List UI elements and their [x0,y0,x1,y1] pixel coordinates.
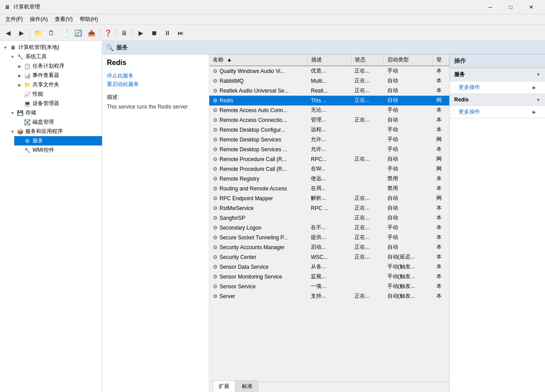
services-table-container[interactable]: 名称 ▲ 描述 状态 [209,54,449,381]
service-desc-cell: RPC ... [307,203,351,213]
table-row[interactable]: ⚙Secure Socket Tunneling P...提供...正在...手… [209,233,449,242]
col-status[interactable]: 状态 [351,54,383,66]
close-button[interactable]: ✕ [521,0,541,14]
toolbar-help[interactable]: ❓ [102,27,114,39]
tree-shared-folders[interactable]: ▶ 📁 共享文件夹 [14,80,102,89]
toolbar-play[interactable]: ▶ [134,27,147,39]
col-desc[interactable]: 描述 [307,54,351,66]
service-name-cell: ⚙Security Accounts Manager [209,242,307,252]
table-row[interactable]: ⚙SangforSP正在...自动本 [209,213,449,223]
table-row[interactable]: ⚙Remote Registry使远...禁用本 [209,174,449,184]
service-icon-wrapper: ⚙Server [213,293,235,299]
action-more-services[interactable]: 更多操作 ▶ [450,81,545,93]
stop-service-link[interactable]: 停止此服务 [107,72,204,80]
table-row[interactable]: ⚙RabbitMQMulti...正在...自动本 [209,76,449,86]
action-more-services-label: 更多操作 [459,84,480,91]
table-row[interactable]: ⚙Sensor Service一项...手动(触发...本 [209,282,449,291]
tree-services-apps-item[interactable]: ▼ 📦 服务和应用程序 [7,127,102,136]
tree-task-scheduler[interactable]: ▶ 📋 任务计划程序 [14,61,102,71]
table-row[interactable]: ⚙RPC Endpoint Mapper解析...正在...自动网 [209,194,449,203]
service-icon-wrapper: ⚙Realtek Audio Universal Se... [213,88,289,94]
col-login[interactable]: 登 [433,54,449,66]
table-row[interactable]: ⚙Realtek Audio Universal Se...Realt...正在… [209,86,449,96]
service-desc-cell: Realt... [307,86,351,96]
table-row[interactable]: ⚙Remote Procedure Call (R...在W...手动网 [209,164,449,174]
gear-icon: ⚙ [213,205,218,211]
menu-action[interactable]: 操作(A) [26,15,51,24]
gear-icon: ⚙ [213,234,218,241]
tree-root-item[interactable]: ▼ 🖥 计算机管理(本地) [0,43,102,52]
service-status-cell: 正在... [351,233,383,242]
toolbar-back[interactable]: ◀ [2,27,14,39]
toolbar-computer[interactable]: 🖥 [118,27,130,39]
col-startup[interactable]: 启动类型 [384,54,433,66]
toolbar-pause[interactable]: ⏸ [161,27,174,39]
table-row[interactable]: ⚙Remote Procedure Call (R...RPC...正在...自… [209,154,449,164]
service-startup-cell: 自动 [384,96,433,105]
toolbar-export[interactable]: 📤 [85,27,98,39]
toolbar-restart[interactable]: ⏭ [175,27,187,39]
table-row[interactable]: ⚙Routing and Remote Access在局...禁用本 [209,184,449,194]
maximize-button[interactable]: □ [500,0,521,14]
service-icon-wrapper: ⚙Sensor Monitoring Service [213,274,282,280]
info-panel: Redis 停止此服务 重启动此服务 描述: This service runs… [102,54,209,392]
table-row[interactable]: ⚙Security CenterWSC...正在...自动(延迟...本 [209,252,449,262]
service-status-cell: 正在... [351,154,383,164]
services-apps-icon: 📦 [16,128,24,135]
service-startup-cell: 自动 [384,203,433,213]
stop-link-action[interactable]: 停止 [107,73,118,79]
table-row[interactable]: ⚙RstMwServiceRPC ...正在...自动本 [209,203,449,213]
tree-storage-item[interactable]: ▼ 💾 存储 [7,108,102,117]
tree-systemtools-item[interactable]: ▼ 🔧 系统工具 [7,52,102,61]
disk-mgmt-icon: 💽 [23,119,31,126]
action-section-services-title[interactable]: 服务 ▼ [450,68,545,81]
tree-services[interactable]: ⚙ 服务 [14,136,102,145]
service-name-cell: ⚙Remote Access Connectio... [209,115,307,125]
service-startup-cell: 自动 [384,242,433,252]
service-status-cell: 正在... [351,291,383,301]
tree-device-manager[interactable]: 💻 设备管理器 [14,99,102,108]
table-row[interactable]: ⚙Secondary Logon在不...正在...手动本 [209,223,449,233]
storage-expander: ▼ [9,109,16,117]
service-icon-wrapper: ⚙Remote Registry [213,176,259,182]
table-row[interactable]: ⚙Sensor Monitoring Service监视...手动(触发...本 [209,272,449,282]
tab-extended[interactable]: 扩展 [213,380,235,392]
tab-standard[interactable]: 标准 [236,380,258,392]
table-row[interactable]: ⚙Remote Access Connectio...管理...正在...自动本 [209,115,449,125]
table-row[interactable]: ⚙Server支持...正在...自动(触发...本 [209,291,449,301]
action-more-redis[interactable]: 更多操作 ▶ [450,106,545,118]
toolbar-properties[interactable]: 📄 [58,27,71,39]
table-row[interactable]: ⚙Remote Desktop Configur...远程...手动本 [209,125,449,135]
tree-disk-mgmt[interactable]: 💽 磁盘管理 [14,117,102,127]
restart-link-action[interactable]: 重启动 [107,81,123,87]
minimize-button[interactable]: ─ [480,0,500,14]
menu-view[interactable]: 查看(V) [51,15,76,24]
table-row[interactable]: ⚙RedisThis ...正在...自动网 [209,96,449,105]
menu-help[interactable]: 帮助(H) [76,15,102,24]
toolbar-stop[interactable]: ⏹ [148,27,160,39]
service-name-cell: ⚙Quality Windows Audio Vi... [209,66,307,76]
table-row[interactable]: ⚙Sensor Data Service从各...手动(触发...本 [209,262,449,272]
service-startup-cell: 手动 [384,135,433,145]
tree-performance[interactable]: 📈 性能 [14,89,102,99]
toolbar-forward[interactable]: ▶ [15,27,28,39]
table-row[interactable]: ⚙Remote Desktop Services ...允许...手动本 [209,145,449,154]
tree-event-viewer[interactable]: ▶ 📊 事件查看器 [14,71,102,80]
service-status-cell [351,135,383,145]
service-desc-cell: 一项... [307,282,351,291]
restart-service-link[interactable]: 重启动此服务 [107,81,204,88]
service-startup-cell: 手动 [384,223,433,233]
col-name[interactable]: 名称 ▲ [209,54,307,66]
table-row[interactable]: ⚙Remote Desktop Services允许...手动网 [209,135,449,145]
table-row[interactable]: ⚙Security Accounts Manager启动...正在...自动本 [209,242,449,252]
tree-wmi[interactable]: 🔧 WMI控件 [14,145,102,155]
toolbar-show-hide[interactable]: 🗒 [45,27,57,39]
action-section-redis-title[interactable]: Redis ▼ [450,94,545,106]
toolbar-refresh[interactable]: 🔄 [72,27,84,39]
service-status-cell [351,105,383,115]
tree-storage-children: 💽 磁盘管理 [7,117,102,127]
toolbar-up[interactable]: 📁 [32,27,44,39]
table-row[interactable]: ⚙Remote Access Auto Conn...无论...手动本 [209,105,449,115]
table-row[interactable]: ⚙Quality Windows Audio Vi...优质...正在...手动… [209,66,449,76]
menu-file[interactable]: 文件(F) [2,15,26,24]
